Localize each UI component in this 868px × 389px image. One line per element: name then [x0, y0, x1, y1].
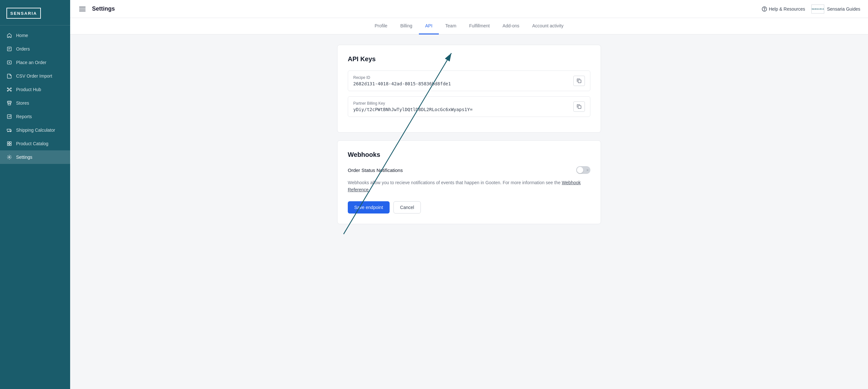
tab-add-ons[interactable]: Add-ons — [496, 18, 526, 34]
sidebar-item-stores[interactable]: Stores — [0, 96, 70, 110]
svg-rect-20 — [578, 80, 581, 83]
partner-billing-key-label: Partner Billing Key — [353, 101, 569, 106]
orders-icon — [6, 46, 12, 52]
help-resources-link[interactable]: Help & Resources — [762, 6, 805, 11]
svg-rect-13 — [7, 144, 9, 145]
home-icon — [6, 32, 12, 38]
sidebar-item-home-label: Home — [16, 33, 28, 38]
copy-icon — [576, 78, 582, 84]
toggle-x-icon: ✕ — [586, 168, 589, 172]
cancel-button[interactable]: Cancel — [394, 201, 421, 214]
api-keys-title: API Keys — [348, 55, 590, 63]
sidebar-item-csv-label: CSV Order Import — [16, 74, 52, 79]
svg-point-15 — [9, 157, 10, 158]
recipe-id-value: 2682d131-4018-42ad-8015-85836bd8fde1 — [353, 81, 569, 86]
product-hub-icon — [6, 87, 12, 92]
save-endpoint-button[interactable]: Save endpoint — [348, 201, 390, 214]
recipe-id-content: Recipe ID 2682d131-4018-42ad-8015-85836b… — [353, 75, 569, 86]
svg-rect-0 — [7, 47, 11, 51]
svg-rect-7 — [8, 103, 11, 105]
webhook-description: Webhooks allow you to recieve notificati… — [348, 179, 590, 194]
sidebar-item-orders-label: Orders — [16, 46, 30, 52]
svg-point-2 — [9, 89, 10, 90]
tab-team[interactable]: Team — [439, 18, 463, 34]
sidebar-item-product-catalog-label: Product Catalog — [16, 141, 48, 146]
tab-billing[interactable]: Billing — [394, 18, 418, 34]
recipe-id-field: Recipe ID 2682d131-4018-42ad-8015-85836b… — [348, 71, 590, 91]
shipping-icon — [6, 127, 12, 133]
copy-icon-2 — [576, 104, 582, 110]
logo-box: SENSARIA — [6, 8, 41, 19]
sidebar-item-orders[interactable]: Orders — [0, 42, 70, 56]
sidebar-item-product-hub[interactable]: Product Hub — [0, 83, 70, 96]
product-catalog-icon — [6, 141, 12, 146]
sidebar-item-product-catalog[interactable]: Product Catalog — [0, 137, 70, 150]
svg-rect-21 — [578, 106, 581, 109]
tabs-list: Profile Billing API Team Fulfillment Add… — [368, 18, 570, 34]
main-content: Settings Help & Resources SENSARIA Sensa… — [70, 0, 868, 389]
svg-rect-11 — [7, 142, 9, 143]
webhook-reference-link[interactable]: Webhook Reference. — [348, 180, 581, 192]
sidebar-item-csv-order-import[interactable]: CSV Order Import — [0, 69, 70, 83]
place-order-icon — [6, 60, 12, 65]
logo-text: SENSARIA — [10, 11, 37, 16]
recipe-id-label: Recipe ID — [353, 75, 569, 80]
svg-rect-14 — [10, 144, 11, 145]
tab-account-activity[interactable]: Account activity — [526, 18, 570, 34]
copy-recipe-id-button[interactable] — [573, 76, 585, 86]
sidebar-item-shipping-label: Shipping Calculator — [16, 128, 55, 133]
sidebar: SENSARIA Home Orders — [0, 0, 70, 389]
settings-icon — [6, 154, 12, 160]
tab-profile[interactable]: Profile — [368, 18, 394, 34]
webhooks-title: Webhooks — [348, 151, 590, 159]
sensaria-guide-logo: SENSARIA — [811, 4, 824, 13]
topbar-right: Help & Resources SENSARIA Sensaria Guide… — [762, 4, 860, 13]
sidebar-item-settings[interactable]: Settings — [0, 150, 70, 164]
partner-billing-key-content: Partner Billing Key yDiy/t2cPWtBNhJwTylD… — [353, 101, 569, 112]
svg-point-17 — [764, 10, 765, 10]
topbar-left: Settings — [78, 5, 115, 12]
sidebar-item-stores-label: Stores — [16, 101, 29, 106]
help-label: Help & Resources — [769, 6, 805, 11]
webhooks-card: Webhooks Order Status Notifications ✕ We… — [337, 140, 601, 224]
sidebar-item-product-hub-label: Product Hub — [16, 87, 41, 92]
sidebar-item-home[interactable]: Home — [0, 29, 70, 42]
page-content: API Keys Recipe ID 2682d131-4018-42ad-80… — [324, 34, 614, 242]
order-status-toggle[interactable]: ✕ — [576, 166, 590, 174]
sensaria-guides-link[interactable]: SENSARIA Sensaria Guides — [811, 4, 860, 13]
toggle-knob — [577, 167, 583, 173]
sidebar-item-place-an-order[interactable]: Place an Order — [0, 56, 70, 69]
tab-api[interactable]: API — [419, 18, 439, 34]
sensaria-guides-label: Sensaria Guides — [827, 6, 860, 11]
webhook-notification-row: Order Status Notifications ✕ — [348, 166, 590, 174]
sidebar-item-reports[interactable]: Reports — [0, 110, 70, 123]
partner-billing-key-field: Partner Billing Key yDiy/t2cPWtBNhJwTylD… — [348, 96, 590, 117]
sidebar-item-shipping-calculator[interactable]: Shipping Calculator — [0, 123, 70, 137]
partner-billing-key-value: yDiy/t2cPWtBNhJwTylDQtlD8DL2RLocGc6xWyap… — [353, 107, 569, 112]
stores-icon — [6, 100, 12, 106]
sidebar-nav: Home Orders Place an Order — [0, 25, 70, 389]
topbar: Settings Help & Resources SENSARIA Sensa… — [70, 0, 868, 18]
svg-point-10 — [10, 131, 11, 132]
webhook-btn-group: Save endpoint Cancel — [348, 201, 590, 214]
csv-icon — [6, 73, 12, 79]
sidebar-item-settings-label: Settings — [16, 155, 32, 160]
tab-fulfillment[interactable]: Fulfillment — [463, 18, 496, 34]
api-keys-card: API Keys Recipe ID 2682d131-4018-42ad-80… — [337, 45, 601, 133]
hamburger-menu[interactable] — [78, 5, 87, 12]
sidebar-item-reports-label: Reports — [16, 114, 32, 119]
content-area: Profile Billing API Team Fulfillment Add… — [70, 18, 868, 389]
webhook-notification-label: Order Status Notifications — [348, 167, 403, 173]
reports-icon — [6, 114, 12, 119]
help-icon — [762, 6, 767, 11]
svg-rect-12 — [10, 142, 11, 143]
svg-point-9 — [7, 131, 8, 132]
sidebar-logo: SENSARIA — [0, 0, 70, 25]
tabs-bar: Profile Billing API Team Fulfillment Add… — [70, 18, 868, 34]
page-title: Settings — [92, 5, 115, 12]
sidebar-item-place-an-order-label: Place an Order — [16, 60, 46, 65]
copy-billing-key-button[interactable] — [573, 102, 585, 112]
